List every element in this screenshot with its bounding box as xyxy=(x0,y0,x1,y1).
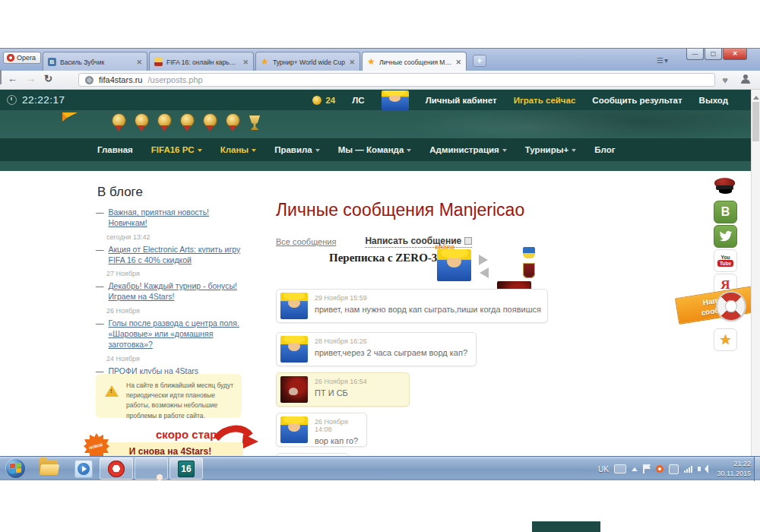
avatar-manjericao[interactable] xyxy=(437,249,471,281)
nav-tournaments[interactable]: Турниры+ xyxy=(525,145,576,154)
message-avatar[interactable] xyxy=(280,293,308,319)
site-top-bar: 22:22:17 24 ЛС Личный кабинет Играть сей… xyxy=(0,90,751,110)
message-date: 26 Ноября 16:54 xyxy=(315,378,367,385)
lifebuoy-icon[interactable] xyxy=(717,293,745,320)
bookmark-heart-icon[interactable]: ♥ xyxy=(722,74,728,86)
hidden-icons-arrow[interactable] xyxy=(632,464,638,471)
nav-team[interactable]: Мы — Команда xyxy=(338,145,412,154)
tab-close-icon[interactable]: ✕ xyxy=(242,59,249,66)
nav-fifa16pc[interactable]: FIFA16 PC xyxy=(151,145,202,154)
show-desktop-button[interactable] xyxy=(754,457,760,481)
fifa16-icon: 16 xyxy=(178,461,195,477)
scroll-up-icon[interactable] xyxy=(753,93,759,100)
tab-close-icon[interactable]: ✕ xyxy=(349,59,355,66)
start-button[interactable] xyxy=(5,458,26,479)
write-message-link[interactable]: Написать сообщение xyxy=(365,236,472,248)
blog-date: сегодня 13:42 xyxy=(106,233,249,241)
origin-taskbar-button[interactable] xyxy=(135,458,168,480)
taskbar-clock[interactable]: 21:22 30.11.2015 xyxy=(717,459,751,479)
site-banner xyxy=(0,110,751,138)
language-indicator[interactable]: UK xyxy=(598,465,609,473)
message-avatar[interactable] xyxy=(280,376,308,403)
vk-social-icon[interactable]: B xyxy=(714,201,737,223)
new-tab-button[interactable]: + xyxy=(473,55,486,67)
message-avatar[interactable] xyxy=(280,416,308,443)
fifa16-taskbar-button[interactable]: 16 xyxy=(169,458,203,480)
blog-item: —Декабрь! Каждый турнир - бонусы! Играем… xyxy=(96,281,249,302)
address-bar[interactable]: fifa4stars.ru/userposts.php xyxy=(78,73,715,87)
back-button[interactable]: ← xyxy=(8,73,17,84)
nav-clans[interactable]: Кланы xyxy=(220,145,257,154)
tab-tournament[interactable]: ★ Турнир+ World wide Cup ✕ xyxy=(255,52,360,71)
keyboard-icon[interactable] xyxy=(614,464,626,473)
promo-banner[interactable]: И снова на 4Stars! xyxy=(97,442,243,456)
nav-blog[interactable]: Блог xyxy=(594,145,615,154)
play-now-link[interactable]: Играть сейчас xyxy=(514,96,576,105)
coin-icon xyxy=(312,96,321,105)
server-time: 22:22:17 xyxy=(22,94,65,106)
blog-link[interactable]: Акция от Electronic Arts: купить игру FI… xyxy=(109,245,250,266)
youtube-social-icon[interactable]: You Tube xyxy=(714,249,737,272)
tab-close-icon[interactable]: ✕ xyxy=(455,59,461,66)
blog-link[interactable]: Важная, приятная новость! Новичкам! xyxy=(109,207,250,229)
window-close-button[interactable]: ✕ xyxy=(723,49,747,60)
window-minimize-button[interactable]: — xyxy=(686,49,704,60)
message-text: вор кап го? xyxy=(315,436,360,445)
network-signal-icon[interactable] xyxy=(684,465,692,473)
reload-button[interactable]: ↻ xyxy=(44,73,52,84)
report-result-link[interactable]: Сообщить результат xyxy=(592,96,682,105)
new-badge: НОВОЕ xyxy=(84,433,109,456)
cabinet-link[interactable]: Личный кабинет xyxy=(426,96,497,105)
media-player-taskbar-icon[interactable] xyxy=(74,460,93,478)
tab-fifa-career[interactable]: FIFA 16: онлайн карьера ✕ xyxy=(149,52,254,71)
arrow-right-icon xyxy=(479,255,493,265)
forward-button[interactable]: → xyxy=(26,73,36,84)
tab-close-icon[interactable]: ✕ xyxy=(136,59,142,66)
calendar-tray-icon[interactable] xyxy=(669,464,679,474)
pm-link[interactable]: ЛС xyxy=(352,96,364,105)
message-avatar[interactable] xyxy=(280,336,308,363)
tab-menu-icon[interactable]: ☰▾ xyxy=(657,56,669,65)
message-date: 28 Ноября 16:26 xyxy=(315,337,467,345)
trophy-favicon xyxy=(154,58,163,66)
account-icon[interactable] xyxy=(740,74,751,84)
blog-link[interactable]: Декабрь! Каждый турнир - бонусы! Играем … xyxy=(109,281,250,302)
nav-rules[interactable]: Правила xyxy=(274,145,320,154)
site-badge-icon[interactable] xyxy=(85,76,93,84)
message-text: привет, нам нужно ворд кап сыграть,пиши … xyxy=(315,305,541,314)
action-center-flag-icon[interactable] xyxy=(643,464,651,473)
page-scrollbar[interactable] xyxy=(751,90,760,456)
exchange-arrows-icon xyxy=(474,255,492,278)
star-favicon: ★ xyxy=(367,58,375,66)
coins-counter[interactable]: 24 xyxy=(312,96,335,105)
speed-dial-icon[interactable] xyxy=(0,70,2,84)
opera-taskbar-button[interactable] xyxy=(100,458,133,480)
volume-icon[interactable] xyxy=(698,464,707,473)
scrollbar-thumb[interactable] xyxy=(752,102,759,141)
all-messages-link[interactable]: Все сообщения xyxy=(276,237,336,246)
chevron-down-icon xyxy=(407,149,411,154)
browser-tab-bar: Opera B Василь Зубчик ✕ FIFA 16: онлайн … xyxy=(0,48,760,71)
logout-link[interactable]: Выход xyxy=(699,96,728,105)
message-text: ПТ И СБ xyxy=(315,388,367,397)
opera-menu-button[interactable]: Opera xyxy=(3,52,41,64)
star-rating-icon[interactable]: ★ xyxy=(714,328,737,351)
window-maximize-button[interactable]: ▢ xyxy=(705,49,722,60)
blog-item: —Голы после развода с центра поля. «Шаро… xyxy=(96,318,249,350)
nav-home[interactable]: Главная xyxy=(97,145,133,154)
tab-vk[interactable]: B Василь Зубчик ✕ xyxy=(43,52,147,71)
page-content: В блоге —Важная, приятная новость! Нович… xyxy=(0,171,751,456)
star-favicon: ★ xyxy=(261,58,269,66)
coins-value: 24 xyxy=(325,96,335,105)
military-cap-icon[interactable] xyxy=(714,175,737,198)
user-avatar[interactable] xyxy=(382,90,409,110)
tab-private-messages-active[interactable]: ★ Личные сообщения Man ✕ xyxy=(362,52,467,71)
explorer-taskbar-icon[interactable] xyxy=(40,460,59,476)
blog-link[interactable]: Голы после развода с центра поля. «Шаров… xyxy=(109,318,250,350)
twitter-social-icon[interactable] xyxy=(714,225,737,248)
nav-administration[interactable]: Администрация xyxy=(429,145,507,154)
trophy-cup-icon xyxy=(249,116,260,130)
tab-title: Турнир+ World wide Cup xyxy=(273,59,345,66)
page-title: Личные сообщения Manjericao xyxy=(276,200,524,220)
opera-tray-icon[interactable] xyxy=(656,465,663,473)
